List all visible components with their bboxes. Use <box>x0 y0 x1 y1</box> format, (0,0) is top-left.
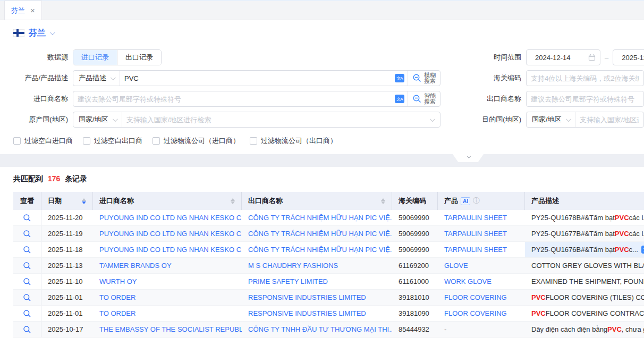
checkbox-icon[interactable] <box>83 137 90 145</box>
product-link[interactable]: WORK GLOVE <box>438 274 525 289</box>
date-start-box[interactable] <box>526 49 600 65</box>
checkbox-icon[interactable] <box>152 137 160 145</box>
tab-import-records[interactable]: 进口记录 <box>73 50 117 65</box>
exporter-link[interactable]: CÔNG TY TRÁCH NHIỆM HỮU HẠN PIC VIỆ... <box>242 210 392 225</box>
fuzzy-search-button[interactable]: 模糊 搜索 <box>408 71 440 86</box>
importer-link[interactable]: TO ORDER <box>93 290 242 305</box>
view-magnifier-icon[interactable] <box>23 214 31 222</box>
filter-blank-importer[interactable]: 过滤空白进口商 <box>13 136 73 146</box>
checkbox-icon[interactable] <box>13 137 21 145</box>
translate-icon[interactable]: 文A <box>641 246 644 254</box>
importer-link[interactable]: PUYOUNG IND CO LTD NG NHAN KESKO C... <box>93 210 242 225</box>
collapse-panel-button[interactable] <box>453 154 484 162</box>
product-link[interactable]: GLOVE <box>438 258 525 273</box>
destination-select[interactable]: 国家/地区 <box>527 115 575 124</box>
chevron-down-icon <box>111 75 116 80</box>
exporter-label: 出口商名称 <box>440 94 526 104</box>
country-header: 芬兰 <box>13 27 644 39</box>
date-cell: 2025-11-01 <box>41 306 93 321</box>
importer-input[interactable] <box>73 95 392 103</box>
exporter-link[interactable]: M S CHAUDHRY FASHIONS <box>242 258 392 273</box>
view-magnifier-icon[interactable] <box>23 262 31 270</box>
product-link[interactable]: TARPAULIN SHEET <box>438 242 525 257</box>
importer-link[interactable]: TAMMER BRANDS OY <box>93 258 242 273</box>
desc-highlight: PVC <box>615 214 629 222</box>
tab-export-records[interactable]: 出口记录 <box>117 50 161 65</box>
smart-search-button[interactable]: 智能 搜索 <box>408 91 440 106</box>
view-cell <box>13 290 41 305</box>
match-post: 条记录 <box>65 174 87 183</box>
product-type-select[interactable]: 产品描述 <box>73 73 120 83</box>
view-magnifier-icon[interactable] <box>23 277 31 286</box>
col-date[interactable]: 日期 <box>41 192 93 210</box>
finland-flag-icon <box>13 29 24 37</box>
view-magnifier-icon[interactable] <box>23 230 31 238</box>
close-icon[interactable]: × <box>30 6 35 14</box>
exporter-link[interactable]: CÔNG TY TRÁCH NHIỆM HỮU HẠN PIC VIỆ... <box>242 226 392 241</box>
origin-input-group: 国家/地区 <box>73 112 440 128</box>
tab-title: 芬兰 <box>11 6 25 15</box>
date-start-input[interactable] <box>531 54 588 62</box>
hs-code-input[interactable] <box>527 74 643 82</box>
product-link[interactable]: FLOOR COVERING <box>438 306 525 321</box>
col-importer[interactable]: 进口商名称 <box>93 192 242 210</box>
product-link[interactable]: TARPAULIN SHEET <box>438 226 525 241</box>
importer-link[interactable]: TO ORDER <box>93 306 242 321</box>
checkbox-icon[interactable] <box>250 137 257 145</box>
filter-logistics-exporter[interactable]: 过滤物流公司（出口商） <box>250 136 337 146</box>
info-icon[interactable]: ⓘ <box>473 196 480 206</box>
sort-icons[interactable] <box>381 198 385 204</box>
exporter-link[interactable]: RESPONSIVE INDUSTRIES LIMITED <box>242 290 392 305</box>
desc-highlight: PVC <box>615 230 629 238</box>
date-end-box[interactable] <box>613 49 644 65</box>
data-source-segment: 进口记录 出口记录 <box>73 49 162 65</box>
row-importer: 进口商名称 文A 智能 搜索 出口商名称 <box>0 91 644 106</box>
importer-link[interactable]: PUYOUNG IND CO LTD NG NHAN KESKO C... <box>93 242 242 257</box>
view-magnifier-icon[interactable] <box>23 293 31 302</box>
view-magnifier-icon[interactable] <box>23 325 31 334</box>
col-exporter[interactable]: 出口商名称 <box>242 192 392 210</box>
translate-icon[interactable]: 文A <box>395 95 404 103</box>
tab-finland[interactable]: 芬兰 × <box>4 1 42 20</box>
search-minus-icon <box>412 73 422 83</box>
importer-link[interactable]: THE EMBASSY OF THE SOCIALIST REPUBLIC... <box>93 322 242 337</box>
importer-link[interactable]: PUYOUNG IND CO LTD NG NHAN KESKO C... <box>93 226 242 241</box>
date-cell: 2025-11-10 <box>41 274 93 289</box>
desc-post: các l... <box>629 230 644 238</box>
filter-blank-exporter[interactable]: 过滤空白出口商 <box>83 136 142 146</box>
destination-input[interactable] <box>575 116 643 124</box>
view-magnifier-icon[interactable] <box>23 246 31 254</box>
exporter-link[interactable]: CÔNG TY TRÁCH NHIỆM HỮU HẠN PIC VIỆ... <box>242 242 392 257</box>
product-link[interactable]: TARPAULIN SHEET <box>438 210 525 225</box>
results-section: 共匹配到 176 条记录 查看 日期 进口商名称 <box>0 167 644 338</box>
hs-code-cell: 61169200 <box>392 258 438 273</box>
table-row: 2025-11-10 WURTH OY PRIME SAFETY LIMITED… <box>13 274 644 290</box>
chevron-down-icon[interactable] <box>50 30 55 35</box>
date-cell: 2025-10-17 <box>41 322 93 337</box>
hs-code-cell: 85444932 <box>392 322 438 337</box>
filter-label: 过滤物流公司（进口商） <box>164 136 240 146</box>
exporter-link[interactable]: PRIME SAFETY LIMITED <box>242 274 392 289</box>
product-link[interactable]: FLOOR COVERING <box>438 290 525 305</box>
origin-select[interactable]: 国家/地区 <box>73 115 122 124</box>
filter-logistics-importer[interactable]: 过滤物流公司（进口商） <box>152 136 240 146</box>
origin-input[interactable] <box>122 116 430 124</box>
importer-link[interactable]: WURTH OY <box>93 274 242 289</box>
date-end-input[interactable] <box>617 54 644 62</box>
chevron-down-icon <box>566 116 571 122</box>
exporter-box <box>526 91 644 107</box>
view-cell <box>13 274 41 289</box>
translate-icon[interactable]: 文A <box>395 74 404 82</box>
view-cell <box>13 226 41 241</box>
view-cell <box>13 306 41 321</box>
sort-icons[interactable] <box>231 198 235 204</box>
exporter-input[interactable] <box>527 95 643 103</box>
sort-icons[interactable] <box>82 198 86 204</box>
view-magnifier-icon[interactable] <box>23 309 31 318</box>
product-search-input[interactable] <box>120 74 392 82</box>
panel-divider-band <box>0 154 644 167</box>
exporter-link[interactable]: CÔNG TY TNHH ĐẦU TƯ THƯƠNG MẠI THI... <box>242 322 392 337</box>
exporter-link[interactable]: RESPONSIVE INDUSTRIES LIMITED <box>242 306 392 321</box>
country-name[interactable]: 芬兰 <box>29 28 46 39</box>
table-row: 2025-11-01 TO ORDER RESPONSIVE INDUSTRIE… <box>13 306 644 322</box>
